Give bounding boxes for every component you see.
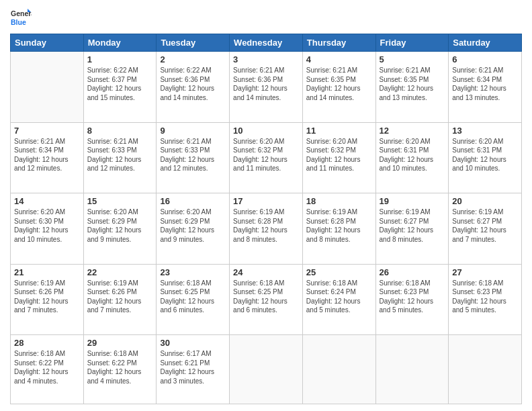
day-cell: 8Sunrise: 6:21 AM Sunset: 6:33 PM Daylig… xyxy=(83,122,157,193)
day-cell: 9Sunrise: 6:21 AM Sunset: 6:33 PM Daylig… xyxy=(157,122,230,193)
day-header: Thursday xyxy=(302,34,375,52)
day-info: Sunrise: 6:21 AM Sunset: 6:34 PM Dayligh… xyxy=(452,66,518,102)
day-cell xyxy=(302,335,375,404)
day-info: Sunrise: 6:18 AM Sunset: 6:22 PM Dayligh… xyxy=(14,349,80,385)
day-info: Sunrise: 6:20 AM Sunset: 6:31 PM Dayligh… xyxy=(452,137,518,173)
day-info: Sunrise: 6:19 AM Sunset: 6:26 PM Dayligh… xyxy=(14,279,80,315)
day-number: 7 xyxy=(14,126,80,136)
day-cell xyxy=(230,335,303,404)
logo-svg: General Blue xyxy=(10,7,32,28)
day-cell: 17Sunrise: 6:19 AM Sunset: 6:28 PM Dayli… xyxy=(230,193,303,265)
day-info: Sunrise: 6:20 AM Sunset: 6:29 PM Dayligh… xyxy=(87,208,153,244)
day-number: 22 xyxy=(87,267,153,277)
day-cell: 29Sunrise: 6:18 AM Sunset: 6:22 PM Dayli… xyxy=(83,335,157,404)
day-info: Sunrise: 6:18 AM Sunset: 6:23 PM Dayligh… xyxy=(452,279,518,315)
day-info: Sunrise: 6:19 AM Sunset: 6:28 PM Dayligh… xyxy=(306,208,372,244)
day-number: 21 xyxy=(14,267,80,277)
day-header: Monday xyxy=(83,34,157,52)
header: General Blue xyxy=(10,7,522,28)
day-cell: 15Sunrise: 6:20 AM Sunset: 6:29 PM Dayli… xyxy=(83,193,157,265)
svg-text:Blue: Blue xyxy=(11,18,26,26)
day-number: 20 xyxy=(452,196,518,206)
calendar-table: SundayMondayTuesdayWednesdayThursdayFrid… xyxy=(10,34,522,404)
day-number: 2 xyxy=(160,54,226,64)
day-number: 4 xyxy=(306,54,372,64)
day-number: 26 xyxy=(380,267,445,277)
day-header: Wednesday xyxy=(230,34,303,52)
week-row: 7Sunrise: 6:21 AM Sunset: 6:34 PM Daylig… xyxy=(11,122,522,193)
day-info: Sunrise: 6:22 AM Sunset: 6:37 PM Dayligh… xyxy=(87,66,153,102)
day-info: Sunrise: 6:18 AM Sunset: 6:23 PM Dayligh… xyxy=(380,279,445,315)
day-number: 23 xyxy=(160,267,226,277)
day-info: Sunrise: 6:18 AM Sunset: 6:24 PM Dayligh… xyxy=(306,279,372,315)
day-info: Sunrise: 6:19 AM Sunset: 6:28 PM Dayligh… xyxy=(233,208,299,244)
day-cell: 22Sunrise: 6:19 AM Sunset: 6:26 PM Dayli… xyxy=(83,264,157,335)
day-cell: 13Sunrise: 6:20 AM Sunset: 6:31 PM Dayli… xyxy=(449,122,522,193)
day-info: Sunrise: 6:20 AM Sunset: 6:31 PM Dayligh… xyxy=(380,137,445,173)
day-cell: 19Sunrise: 6:19 AM Sunset: 6:27 PM Dayli… xyxy=(375,193,449,265)
day-number: 9 xyxy=(160,126,226,136)
day-number: 11 xyxy=(306,126,372,136)
day-info: Sunrise: 6:18 AM Sunset: 6:25 PM Dayligh… xyxy=(160,279,226,315)
day-number: 8 xyxy=(87,126,153,136)
logo: General Blue xyxy=(10,7,32,28)
day-header: Tuesday xyxy=(157,34,230,52)
day-cell: 14Sunrise: 6:20 AM Sunset: 6:30 PM Dayli… xyxy=(11,193,84,265)
day-number: 15 xyxy=(87,196,153,206)
day-cell: 4Sunrise: 6:21 AM Sunset: 6:35 PM Daylig… xyxy=(302,52,375,123)
page: General Blue SundayMondayTuesdayWednesda… xyxy=(0,0,532,411)
day-number: 6 xyxy=(452,54,518,64)
day-cell: 3Sunrise: 6:21 AM Sunset: 6:36 PM Daylig… xyxy=(230,52,303,123)
day-number: 3 xyxy=(233,54,299,64)
day-info: Sunrise: 6:21 AM Sunset: 6:34 PM Dayligh… xyxy=(14,137,80,173)
day-header: Saturday xyxy=(449,34,522,52)
day-number: 5 xyxy=(380,54,445,64)
header-row: SundayMondayTuesdayWednesdayThursdayFrid… xyxy=(11,34,522,52)
day-number: 27 xyxy=(452,267,518,277)
day-cell: 12Sunrise: 6:20 AM Sunset: 6:31 PM Dayli… xyxy=(375,122,449,193)
day-info: Sunrise: 6:21 AM Sunset: 6:33 PM Dayligh… xyxy=(87,137,153,173)
day-number: 1 xyxy=(87,54,153,64)
day-cell xyxy=(11,52,84,123)
day-number: 29 xyxy=(87,338,153,348)
day-number: 25 xyxy=(306,267,372,277)
day-number: 13 xyxy=(452,126,518,136)
day-number: 16 xyxy=(160,196,226,206)
day-cell: 28Sunrise: 6:18 AM Sunset: 6:22 PM Dayli… xyxy=(11,335,84,404)
day-cell: 24Sunrise: 6:18 AM Sunset: 6:25 PM Dayli… xyxy=(230,264,303,335)
day-cell: 18Sunrise: 6:19 AM Sunset: 6:28 PM Dayli… xyxy=(302,193,375,265)
day-cell: 25Sunrise: 6:18 AM Sunset: 6:24 PM Dayli… xyxy=(302,264,375,335)
day-cell: 1Sunrise: 6:22 AM Sunset: 6:37 PM Daylig… xyxy=(83,52,157,123)
day-info: Sunrise: 6:21 AM Sunset: 6:35 PM Dayligh… xyxy=(380,66,445,102)
day-info: Sunrise: 6:18 AM Sunset: 6:25 PM Dayligh… xyxy=(233,279,299,315)
day-number: 18 xyxy=(306,196,372,206)
day-info: Sunrise: 6:18 AM Sunset: 6:22 PM Dayligh… xyxy=(87,349,153,385)
day-header: Sunday xyxy=(11,34,84,52)
day-info: Sunrise: 6:21 AM Sunset: 6:35 PM Dayligh… xyxy=(306,66,372,102)
day-number: 12 xyxy=(380,126,445,136)
day-cell: 30Sunrise: 6:17 AM Sunset: 6:21 PM Dayli… xyxy=(157,335,230,404)
day-cell: 11Sunrise: 6:20 AM Sunset: 6:32 PM Dayli… xyxy=(302,122,375,193)
week-row: 1Sunrise: 6:22 AM Sunset: 6:37 PM Daylig… xyxy=(11,52,522,123)
day-number: 14 xyxy=(14,196,80,206)
day-info: Sunrise: 6:20 AM Sunset: 6:30 PM Dayligh… xyxy=(14,208,80,244)
day-number: 24 xyxy=(233,267,299,277)
day-cell: 6Sunrise: 6:21 AM Sunset: 6:34 PM Daylig… xyxy=(449,52,522,123)
day-info: Sunrise: 6:19 AM Sunset: 6:27 PM Dayligh… xyxy=(380,208,445,244)
day-info: Sunrise: 6:20 AM Sunset: 6:32 PM Dayligh… xyxy=(306,137,372,173)
day-number: 30 xyxy=(160,338,226,348)
day-cell: 20Sunrise: 6:19 AM Sunset: 6:27 PM Dayli… xyxy=(449,193,522,265)
day-info: Sunrise: 6:20 AM Sunset: 6:29 PM Dayligh… xyxy=(160,208,226,244)
day-info: Sunrise: 6:19 AM Sunset: 6:27 PM Dayligh… xyxy=(452,208,518,244)
day-number: 17 xyxy=(233,196,299,206)
week-row: 21Sunrise: 6:19 AM Sunset: 6:26 PM Dayli… xyxy=(11,264,522,335)
day-cell: 10Sunrise: 6:20 AM Sunset: 6:32 PM Dayli… xyxy=(230,122,303,193)
day-info: Sunrise: 6:22 AM Sunset: 6:36 PM Dayligh… xyxy=(160,66,226,102)
day-cell: 2Sunrise: 6:22 AM Sunset: 6:36 PM Daylig… xyxy=(157,52,230,123)
day-info: Sunrise: 6:19 AM Sunset: 6:26 PM Dayligh… xyxy=(87,279,153,315)
day-cell: 23Sunrise: 6:18 AM Sunset: 6:25 PM Dayli… xyxy=(157,264,230,335)
day-cell: 16Sunrise: 6:20 AM Sunset: 6:29 PM Dayli… xyxy=(157,193,230,265)
day-info: Sunrise: 6:21 AM Sunset: 6:36 PM Dayligh… xyxy=(233,66,299,102)
day-info: Sunrise: 6:17 AM Sunset: 6:21 PM Dayligh… xyxy=(160,349,226,385)
day-cell: 26Sunrise: 6:18 AM Sunset: 6:23 PM Dayli… xyxy=(375,264,449,335)
